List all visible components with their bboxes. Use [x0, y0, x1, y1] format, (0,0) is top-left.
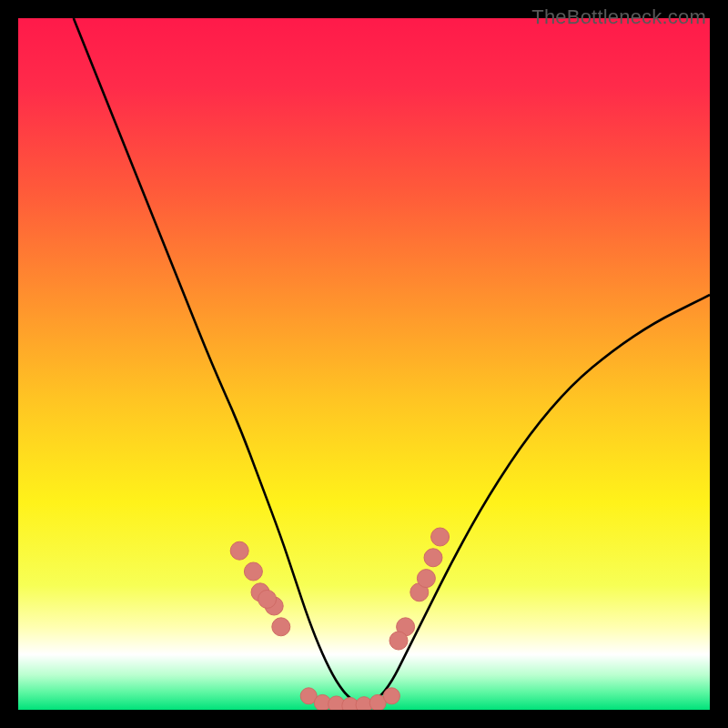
data-marker — [417, 570, 435, 588]
bottleneck-chart — [18, 18, 710, 710]
data-marker — [230, 541, 248, 560]
heatmap-background — [18, 18, 710, 710]
data-marker — [383, 688, 399, 704]
watermark-text: TheBottleneck.com — [531, 5, 706, 29]
data-marker — [244, 562, 262, 581]
data-marker — [424, 549, 442, 567]
data-marker — [389, 632, 408, 650]
chart-frame — [18, 18, 710, 710]
data-marker — [272, 618, 290, 636]
data-marker — [258, 590, 277, 608]
data-marker — [431, 528, 450, 546]
